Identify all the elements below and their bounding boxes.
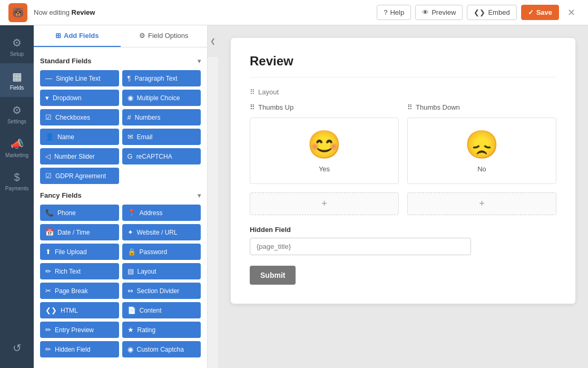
thumbs-up-area: 😊 Yes xyxy=(250,118,399,184)
field-btn-custom-captcha[interactable]: ◉ Custom Captcha xyxy=(122,341,201,357)
sidebar-item-fields[interactable]: ▦ Fields xyxy=(0,63,34,97)
tab-add-fields[interactable]: ⊞ Add Fields xyxy=(34,25,121,47)
no-label: No xyxy=(477,165,486,173)
form-title: Review xyxy=(250,54,556,78)
standard-fields-grid: ― Single Line Text ¶ Paragraph Text ▾ Dr… xyxy=(40,70,201,184)
field-btn-phone[interactable]: 📞 Phone xyxy=(40,205,119,221)
preview-button[interactable]: 👁 Preview xyxy=(415,5,463,20)
fancy-fields-grid: 📞 Phone 📍 Address 📅 Date / Time ✦ Websit… xyxy=(40,205,201,357)
sidebar-item-payments[interactable]: $ Payments xyxy=(0,164,34,198)
layout-section-label: ⠿ Layout xyxy=(250,88,556,96)
field-btn-dropdown[interactable]: ▾ Dropdown xyxy=(40,90,119,106)
field-btn-section-divider[interactable]: ⇔ Section Divider xyxy=(122,283,201,299)
field-btn-password[interactable]: 🔒 Password xyxy=(122,244,201,260)
page-break-icon: ✂ xyxy=(45,287,51,295)
rating-icon: ★ xyxy=(128,326,134,334)
field-btn-html[interactable]: ❮❯ HTML xyxy=(40,302,119,318)
sidebar-item-setup[interactable]: ⚙ Setup xyxy=(0,30,34,63)
setup-icon: ⚙ xyxy=(12,36,22,49)
html-icon: ❮❯ xyxy=(45,306,57,314)
field-btn-file-upload[interactable]: ⬆ File Upload xyxy=(40,244,119,260)
address-icon: 📍 xyxy=(128,209,136,217)
file-upload-icon: ⬆ xyxy=(45,248,51,256)
field-btn-multiple-choice[interactable]: ◉ Multiple Choice xyxy=(122,90,201,106)
field-btn-layout[interactable]: ▤ Layout xyxy=(122,263,201,279)
drag-handle-icon: ⠿ xyxy=(250,88,255,96)
thumbs-up-add-button[interactable]: + xyxy=(250,192,399,215)
phone-icon: 📞 xyxy=(45,209,54,217)
email-icon: ✉ xyxy=(128,133,133,141)
checkboxes-icon: ☑ xyxy=(45,113,52,121)
panel-collapse-arrow[interactable]: ❮ xyxy=(208,25,218,57)
fields-scroll[interactable]: Standard Fields ▾ ― Single Line Text ¶ P… xyxy=(34,47,207,368)
close-button[interactable]: ✕ xyxy=(563,5,580,21)
thumbs-down-col: ⠿ Thumbs Down 😞 No xyxy=(407,103,556,184)
standard-fields-chevron[interactable]: ▾ xyxy=(198,57,201,65)
recaptcha-icon: G xyxy=(128,152,133,160)
thumbs-down-area: 😞 No xyxy=(407,118,556,184)
submit-button[interactable]: Submit xyxy=(250,266,296,285)
thumb-add-row: + + xyxy=(250,192,556,215)
payments-icon: $ xyxy=(14,171,19,183)
single-line-text-icon: ― xyxy=(45,74,52,82)
add-fields-icon: ⊞ xyxy=(55,32,61,40)
hidden-field-label: Hidden Field xyxy=(250,226,556,234)
thumbs-up-label-row: ⠿ Thumbs Up xyxy=(250,103,399,111)
standard-fields-header: Standard Fields ▾ xyxy=(40,57,201,65)
dropdown-icon: ▾ xyxy=(45,94,49,102)
fancy-fields-header: Fancy Fields ▾ xyxy=(40,191,201,199)
field-btn-rating[interactable]: ★ Rating xyxy=(122,322,201,338)
sad-face-icon: 😞 xyxy=(465,129,499,161)
thumbs-up-col: ⠿ Thumbs Up 😊 Yes xyxy=(250,103,399,184)
field-btn-recaptcha[interactable]: G reCAPTCHA xyxy=(122,148,201,164)
field-btn-paragraph-text[interactable]: ¶ Paragraph Text xyxy=(122,70,201,86)
paragraph-text-icon: ¶ xyxy=(128,74,131,82)
field-btn-email[interactable]: ✉ Email xyxy=(122,129,201,145)
field-btn-entry-preview[interactable]: ✏ Entry Preview xyxy=(40,322,119,338)
sidebar-item-marketing[interactable]: 📣 Marketing xyxy=(0,131,34,164)
plus-icon-left: + xyxy=(321,198,327,209)
field-btn-single-line-text[interactable]: ― Single Line Text xyxy=(40,70,119,86)
embed-button[interactable]: ❮❯ Embed xyxy=(467,5,516,20)
marketing-icon: 📣 xyxy=(11,138,24,150)
name-icon: 👤 xyxy=(45,133,54,141)
sidebar-item-settings[interactable]: ⚙ Settings xyxy=(0,97,34,131)
field-btn-website-url[interactable]: ✦ Website / URL xyxy=(122,224,201,240)
editing-title: Now editing Review xyxy=(34,8,370,16)
topbar-actions: ? Help 👁 Preview ❮❯ Embed ✓ Save ✕ xyxy=(377,5,580,21)
field-btn-hidden-field[interactable]: ✏ Hidden Field xyxy=(40,341,119,357)
help-button[interactable]: ? Help xyxy=(377,5,411,20)
number-slider-icon: ◁ xyxy=(45,152,51,160)
section-divider-icon: ⇔ xyxy=(128,287,133,295)
tab-field-options[interactable]: ⚙ Field Options xyxy=(121,25,208,47)
hidden-field-section: Hidden Field xyxy=(250,226,556,255)
field-btn-checkboxes[interactable]: ☑ Checkboxes xyxy=(40,109,119,125)
hidden-field-input[interactable] xyxy=(250,238,471,255)
field-btn-name[interactable]: 👤 Name xyxy=(40,129,119,145)
rich-text-icon: ✏ xyxy=(45,267,51,275)
thumbs-down-add-button[interactable]: + xyxy=(407,192,556,215)
question-icon: ? xyxy=(384,8,387,16)
field-btn-address[interactable]: 📍 Address xyxy=(122,205,201,221)
save-button[interactable]: ✓ Save xyxy=(521,5,559,20)
field-btn-number-slider[interactable]: ◁ Number Slider xyxy=(40,148,119,164)
thumbs-up-drag-icon: ⠿ xyxy=(250,103,255,111)
topbar: 🐻 Now editing Review ? Help 👁 Preview ❮❯… xyxy=(0,0,588,25)
fancy-fields-chevron[interactable]: ▾ xyxy=(198,192,201,199)
multiple-choice-icon: ◉ xyxy=(128,94,133,102)
field-btn-numbers[interactable]: # Numbers xyxy=(122,109,201,125)
main-layout: ⚙ Setup ▦ Fields ⚙ Settings 📣 Marketing … xyxy=(0,25,588,368)
eye-icon: 👁 xyxy=(422,8,429,16)
content-icon: 📄 xyxy=(128,306,136,314)
field-btn-content[interactable]: 📄 Content xyxy=(122,302,201,318)
field-btn-page-break[interactable]: ✂ Page Break xyxy=(40,283,119,299)
date-time-icon: 📅 xyxy=(45,228,54,236)
website-url-icon: ✦ xyxy=(128,228,133,236)
field-btn-rich-text[interactable]: ✏ Rich Text xyxy=(40,263,119,279)
field-btn-gdpr[interactable]: ☑ GDPR Agreement xyxy=(40,168,119,184)
form-canvas: Review ⠿ Layout ⠿ Thumbs Up 😊 Yes xyxy=(218,25,588,368)
field-btn-date-time[interactable]: 📅 Date / Time xyxy=(40,224,119,240)
entry-preview-icon: ✏ xyxy=(45,326,51,334)
sidebar-item-history[interactable]: ↺ xyxy=(0,334,34,368)
thumbs-down-drag-icon: ⠿ xyxy=(407,103,413,111)
